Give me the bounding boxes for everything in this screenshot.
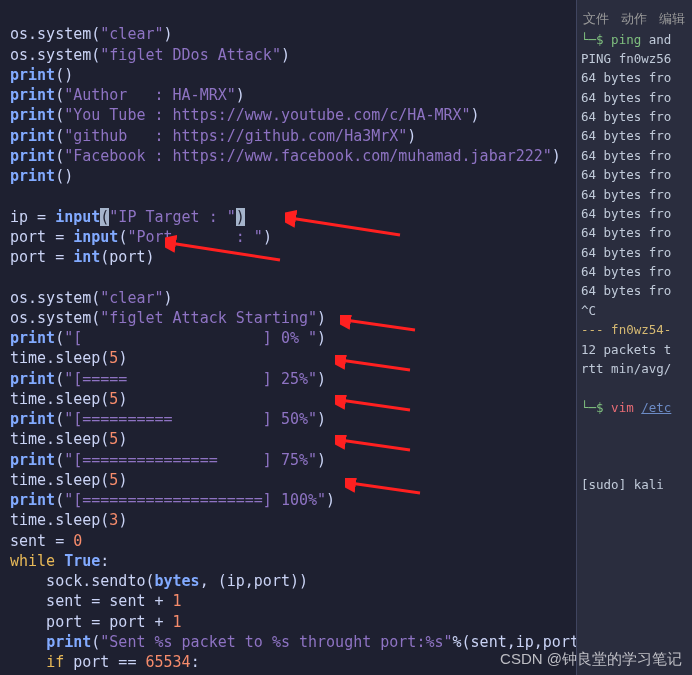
menu-edit[interactable]: 编辑 (659, 10, 685, 28)
menu-file[interactable]: 文件 (583, 10, 609, 28)
code-text: os.system( (10, 25, 100, 43)
menu-action[interactable]: 动作 (621, 10, 647, 28)
cursor-open-paren: ( (100, 208, 109, 226)
terminal-menu[interactable]: 文件 动作 编辑 (577, 0, 692, 30)
cursor-close-paren: ) (236, 208, 245, 226)
watermark-text: CSDN @钟良堂的学习笔记 (500, 649, 682, 669)
terminal-panel[interactable]: 文件 动作 编辑 └─$ ping and PING fn0wz56 64 by… (576, 0, 692, 675)
